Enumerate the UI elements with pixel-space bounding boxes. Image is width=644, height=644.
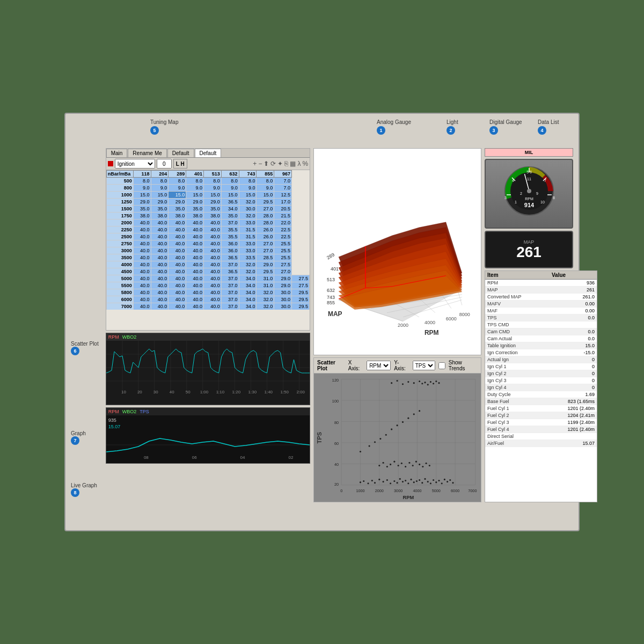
cell[interactable]: 26.0 bbox=[257, 226, 274, 233]
cell[interactable]: 9.0 bbox=[133, 185, 151, 192]
cell[interactable]: 8.0 bbox=[151, 178, 169, 185]
cell[interactable]: 15.0 bbox=[169, 192, 186, 199]
cell[interactable]: 8.0 bbox=[133, 178, 151, 185]
cell[interactable]: 40.0 bbox=[133, 240, 151, 247]
cell[interactable]: 40.0 bbox=[186, 247, 204, 254]
cell[interactable]: 36.5 bbox=[221, 199, 239, 206]
cell[interactable]: 40.0 bbox=[151, 219, 169, 226]
show-trends-checkbox[interactable] bbox=[438, 362, 445, 369]
cell[interactable]: 30.0 bbox=[274, 296, 292, 303]
cell[interactable]: 35.0 bbox=[221, 213, 239, 219]
data-list-scroll[interactable]: RPM936MAP261Converted MAP261.0MAFV0.00MA… bbox=[485, 280, 597, 502]
lh-button[interactable]: L H bbox=[173, 159, 187, 169]
cell[interactable]: 7.0 bbox=[274, 178, 292, 185]
cell[interactable]: 40.0 bbox=[133, 233, 151, 240]
cell[interactable]: 28.0 bbox=[257, 213, 274, 219]
cell[interactable]: 40.0 bbox=[186, 240, 204, 247]
cell[interactable]: 15.0 bbox=[239, 192, 257, 199]
cell[interactable]: 33.0 bbox=[239, 240, 257, 247]
cell[interactable]: 40.0 bbox=[186, 282, 204, 289]
cell[interactable]: 8.0 bbox=[239, 178, 257, 185]
cell[interactable]: 40.0 bbox=[133, 303, 151, 310]
cell[interactable]: 36.0 bbox=[221, 247, 239, 254]
cell[interactable]: 40.0 bbox=[169, 296, 186, 303]
cell[interactable]: 40.0 bbox=[169, 240, 186, 247]
cell[interactable]: 40.0 bbox=[186, 219, 204, 226]
cell[interactable]: 9.0 bbox=[257, 185, 274, 192]
cell[interactable]: 25.5 bbox=[274, 254, 292, 261]
copy-icon[interactable]: ⎘ bbox=[284, 160, 288, 167]
cell[interactable]: 34.0 bbox=[239, 275, 257, 282]
cell[interactable]: 29.0 bbox=[257, 261, 274, 268]
up-icon[interactable]: ⬆ bbox=[264, 160, 269, 167]
cell[interactable]: 40.0 bbox=[151, 303, 169, 310]
cell[interactable]: 40.0 bbox=[133, 268, 151, 275]
cell[interactable]: 29.0 bbox=[133, 199, 151, 206]
cell[interactable]: 40.0 bbox=[203, 254, 221, 261]
cell[interactable]: 36.5 bbox=[221, 268, 239, 275]
cell[interactable]: 38.0 bbox=[151, 213, 169, 219]
cell[interactable]: 40.0 bbox=[151, 289, 169, 296]
cell[interactable]: 31.5 bbox=[239, 233, 257, 240]
cell[interactable]: 40.0 bbox=[169, 303, 186, 310]
cell[interactable]: 12.5 bbox=[274, 192, 292, 199]
cell[interactable]: 40.0 bbox=[133, 219, 151, 226]
cell[interactable]: 7.0 bbox=[274, 185, 292, 192]
cell[interactable]: 40.0 bbox=[169, 268, 186, 275]
cell[interactable]: 8.0 bbox=[203, 178, 221, 185]
cell[interactable]: 9.0 bbox=[151, 185, 169, 192]
cell[interactable]: 34.0 bbox=[239, 289, 257, 296]
cell[interactable]: 9.0 bbox=[203, 185, 221, 192]
cell[interactable]: 33.0 bbox=[239, 219, 257, 226]
cell[interactable]: 40.0 bbox=[133, 296, 151, 303]
cell[interactable]: 32.0 bbox=[257, 296, 274, 303]
cell[interactable]: 22.0 bbox=[274, 219, 292, 226]
ignition-select[interactable]: Ignition bbox=[115, 159, 155, 169]
cell[interactable]: 32.0 bbox=[239, 199, 257, 206]
cell[interactable]: 27.0 bbox=[257, 206, 274, 213]
cell[interactable]: 8.0 bbox=[169, 178, 186, 185]
cell[interactable]: 30.0 bbox=[239, 206, 257, 213]
cell[interactable]: 40.0 bbox=[169, 275, 186, 282]
cell[interactable]: 38.0 bbox=[186, 213, 204, 219]
cell[interactable]: 15.0 bbox=[257, 192, 274, 199]
cell[interactable]: 40.0 bbox=[133, 289, 151, 296]
cell[interactable]: 40.0 bbox=[169, 261, 186, 268]
cell[interactable]: 20.5 bbox=[274, 206, 292, 213]
cell[interactable]: 27.5 bbox=[274, 261, 292, 268]
star-icon[interactable]: ✦ bbox=[277, 160, 283, 167]
cell[interactable]: 37.0 bbox=[221, 303, 239, 310]
cell[interactable]: 40.0 bbox=[203, 296, 221, 303]
cell[interactable]: 8.0 bbox=[186, 178, 204, 185]
cell[interactable]: 40.0 bbox=[203, 282, 221, 289]
cell[interactable]: 40.0 bbox=[151, 261, 169, 268]
cell[interactable]: 34.0 bbox=[239, 303, 257, 310]
cell[interactable]: 25.5 bbox=[274, 240, 292, 247]
cell[interactable]: 37.0 bbox=[221, 289, 239, 296]
cell[interactable]: 40.0 bbox=[133, 282, 151, 289]
cell[interactable]: 40.0 bbox=[203, 219, 221, 226]
rotate-icon[interactable]: ⟳ bbox=[270, 160, 276, 167]
cell[interactable]: 37.0 bbox=[221, 275, 239, 282]
cell[interactable]: 38.0 bbox=[133, 213, 151, 219]
cell[interactable]: 30.0 bbox=[274, 289, 292, 296]
cell[interactable]: 31.0 bbox=[257, 275, 274, 282]
cell[interactable]: 37.0 bbox=[221, 282, 239, 289]
cell[interactable]: 29.5 bbox=[257, 268, 274, 275]
tab-rename[interactable]: Rename Me bbox=[128, 149, 166, 157]
cell[interactable]: 36.5 bbox=[221, 254, 239, 261]
cell[interactable]: 40.0 bbox=[133, 254, 151, 261]
cell[interactable]: 40.0 bbox=[186, 303, 204, 310]
cell[interactable]: 29.5 bbox=[257, 199, 274, 206]
cell[interactable]: 40.0 bbox=[133, 226, 151, 233]
cell[interactable]: 40.0 bbox=[203, 247, 221, 254]
tab-default1[interactable]: Default bbox=[167, 149, 194, 157]
cell[interactable]: 9.0 bbox=[239, 185, 257, 192]
cell[interactable]: 34.0 bbox=[239, 296, 257, 303]
cell[interactable]: 40.0 bbox=[169, 233, 186, 240]
cell[interactable]: 29.5 bbox=[292, 289, 310, 296]
cell[interactable]: 27.0 bbox=[257, 247, 274, 254]
grid-icon[interactable]: ▦ bbox=[290, 160, 296, 167]
cell[interactable]: 35.0 bbox=[169, 206, 186, 213]
cell[interactable]: 40.0 bbox=[151, 275, 169, 282]
